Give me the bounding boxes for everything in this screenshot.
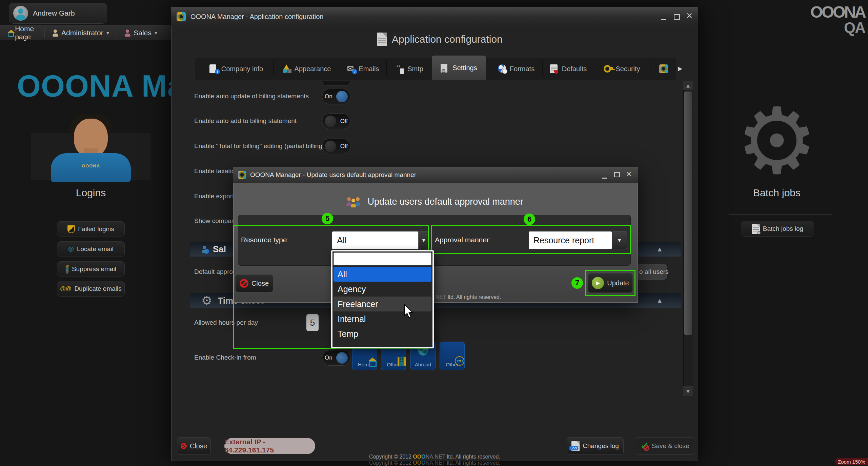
ooona-logo-icon — [659, 64, 668, 73]
screen: Andrew Garb Home page Administrator ▼ Sa… — [0, 0, 868, 466]
tab-partial[interactable] — [653, 58, 674, 80]
main-window-title: OOONA Manager - Application configuratio… — [190, 13, 323, 21]
batch-jobs-gear-icon[interactable]: ⚙ — [732, 92, 822, 190]
double-at-icon: @@ — [60, 285, 71, 292]
tab-defaults[interactable]: ♥ Defaults — [544, 58, 592, 80]
dropdown-option-internal[interactable]: Internal — [334, 311, 431, 326]
tab-emails[interactable]: ✉i Emails — [340, 58, 386, 80]
dropdown-option-all[interactable]: All — [334, 267, 431, 282]
dropdown-option-freelancer[interactable]: Freelancer — [334, 297, 431, 311]
tab-separator — [650, 61, 650, 76]
at-list-icon: @ @ @ — [65, 265, 69, 273]
locate-email-button[interactable]: @ Locate email — [57, 241, 125, 257]
main-window-copyright: Copyright © 2012 OOONA.NET ltd. All righ… — [171, 454, 698, 460]
toggle-knob — [336, 352, 348, 364]
left-divider — [39, 217, 144, 217]
dialog-title-bar[interactable]: OOONA Manager - Update users default app… — [233, 167, 638, 183]
document-icon — [377, 33, 387, 46]
zoom-level-badge: Zoom 150% — [835, 458, 868, 465]
toggle-total-for-billing[interactable]: Off — [322, 139, 350, 154]
smtp-icon — [396, 64, 404, 73]
collapse-arrow-icon[interactable]: ▲ — [658, 246, 662, 252]
settings-icon: ⚙ — [441, 64, 449, 73]
ooona-logo-icon — [238, 171, 246, 179]
changes-log-button[interactable]: LOG Changes log — [567, 437, 624, 455]
collapse-arrow-icon[interactable]: ▲ — [658, 298, 662, 304]
check-in-label: Enable Check-in from — [194, 354, 256, 361]
user-avatar-icon — [13, 6, 28, 21]
logins-avatar[interactable]: OOONA — [51, 114, 131, 182]
menu-home-page[interactable]: Home page — [0, 26, 44, 40]
apply-all-users-label: o all users — [639, 268, 669, 276]
defaults-icon: ♥ — [550, 64, 559, 73]
batch-jobs-log-button[interactable]: ⚙ Batch jobs log — [741, 221, 814, 237]
duplicate-emails-button[interactable]: @@ Duplicate emails — [57, 281, 125, 297]
tab-appearance[interactable]: Appearance — [275, 58, 338, 80]
tab-settings[interactable]: ⚙ Settings — [432, 56, 486, 80]
mouse-cursor — [404, 304, 413, 319]
dropdown-option-blank[interactable] — [334, 252, 431, 265]
menu-bar: Home page Administrator ▼ Sales ▼ — [0, 25, 176, 40]
chevron-down-icon: ▼ — [106, 31, 109, 35]
toggle-auto-update-billing[interactable]: On — [322, 89, 350, 104]
setting-label-clipped: Enable export — [194, 193, 234, 200]
dialog-heading-group: Update users default approval manner — [346, 196, 523, 207]
logins-label: Logins — [57, 187, 125, 199]
scrollbar-up-button[interactable]: ▲ — [683, 81, 693, 90]
home-icon — [7, 30, 12, 36]
dropdown-option-agency[interactable]: Agency — [334, 282, 431, 297]
dialog-maximize-button[interactable] — [614, 172, 620, 177]
close-window-button[interactable]: × — [686, 12, 693, 19]
failed-logins-button[interactable]: Failed logins — [57, 221, 125, 237]
save-and-close-button[interactable]: ✔ Save & close — [636, 437, 694, 455]
tab-security[interactable]: Security — [596, 58, 648, 80]
gear-icon: ⚙ — [201, 295, 212, 307]
tab-smtp[interactable]: Smtp — [388, 58, 430, 80]
user-name: Andrew Garb — [33, 9, 75, 17]
log-document-icon: LOG — [571, 441, 580, 451]
external-ip-badge: External IP - 84.229.161.175 — [224, 438, 315, 454]
menu-administrator[interactable]: Administrator ▼ — [45, 26, 117, 40]
page-heading: Application configuration — [377, 33, 503, 46]
suppress-email-button[interactable]: @ @ @ Suppress email — [57, 261, 125, 277]
tab-separator — [339, 61, 339, 76]
users-group-icon — [346, 196, 361, 207]
setting-label: Enable auto add to billing statement — [194, 117, 297, 125]
tile-other[interactable]: Other — [440, 342, 465, 370]
formats-icon — [498, 64, 507, 73]
dialog-minimize-button[interactable] — [602, 174, 607, 179]
tab-separator — [542, 61, 543, 76]
tab-company-info[interactable]: i Company info — [200, 58, 272, 80]
default-approval-label: Default appro — [194, 268, 233, 276]
maximize-button[interactable] — [674, 14, 680, 20]
log-document-icon: ⚙ — [752, 224, 760, 234]
toggle-knob — [325, 116, 336, 127]
people-icon — [124, 29, 130, 37]
tab-overflow-arrow[interactable]: ▶ — [678, 65, 682, 72]
at-magnifier-icon: @ — [68, 246, 74, 252]
emails-icon: ✉i — [347, 64, 356, 73]
tab-formats[interactable]: Formats — [492, 58, 540, 80]
dropdown-option-temp[interactable]: Temp — [334, 326, 431, 341]
dialog-close-button-x[interactable]: × — [626, 170, 632, 177]
right-divider — [729, 214, 832, 215]
scrollbar-down-button[interactable]: ▼ — [683, 386, 693, 396]
chevron-down-icon: ▼ — [155, 31, 157, 35]
toggle-check-in[interactable]: On — [322, 350, 350, 366]
main-title-bar[interactable]: OOONA Manager - Application configuratio… — [171, 7, 698, 26]
scrollbar-thumb[interactable] — [684, 92, 692, 335]
menu-sales[interactable]: Sales ▼ — [117, 26, 165, 40]
ooona-qa-logo: OOONA QA — [807, 4, 865, 35]
annotation-box-approval-manner — [431, 225, 631, 254]
setting-label-clipped: Show compar — [194, 217, 234, 225]
check-no-icon: ✔ — [641, 442, 648, 451]
person-icon — [52, 29, 58, 37]
minimize-button[interactable] — [661, 15, 666, 20]
main-close-button[interactable]: Close — [177, 437, 211, 455]
toggle-auto-add-billing[interactable]: Off — [322, 114, 350, 129]
appearance-icon — [283, 64, 291, 73]
user-chip[interactable]: Andrew Garb — [9, 3, 107, 24]
avatar-shirt-logo: OOONA — [51, 163, 131, 168]
tab-separator — [273, 61, 274, 76]
tab-separator — [594, 61, 594, 76]
